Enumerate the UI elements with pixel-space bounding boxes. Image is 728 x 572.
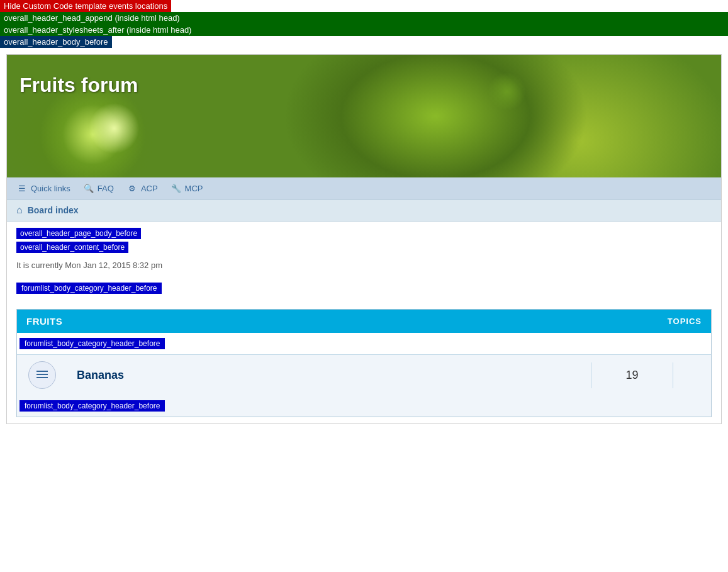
category-name: FRUITS [26, 316, 62, 327]
board-index-link[interactable]: Board index [28, 205, 79, 215]
forum-topics-cell: 19 [591, 362, 673, 388]
top-bar: Hide Custom Code template events locatio… [0, 0, 728, 48]
mcp-button[interactable]: 🔧 MCP [171, 182, 203, 194]
content-area: overall_header_page_body_before overall_… [7, 222, 721, 423]
home-icon: ⌂ [16, 205, 23, 216]
forum-name-cell: Bananas [67, 362, 591, 388]
acp-label: ACP [141, 184, 158, 193]
mcp-icon: 🔧 [171, 182, 182, 194]
forumlist-inner-tag: forumlist_body_category_header_before [20, 338, 165, 349]
forumlist-bottom-tag: forumlist_body_category_header_before [20, 400, 165, 412]
quick-links-button[interactable]: ☰ Quick links [16, 182, 70, 194]
page-body-before-tag: overall_header_page_body_before [16, 228, 141, 239]
topics-column-header: TOPICS [668, 317, 702, 326]
topic-count: 19 [625, 369, 638, 382]
body-before-tag: overall_header_body_before [0, 36, 112, 48]
forum-status-icon [28, 361, 56, 389]
category-header: FRUITS TOPICS [17, 310, 711, 333]
mcp-label: MCP [185, 184, 203, 193]
quick-links-label: Quick links [31, 184, 70, 193]
main-wrapper: Fruits forum ☰ Quick links 🔍 FAQ ⚙ ACP 🔧… [6, 54, 722, 424]
svg-rect-3 [36, 371, 38, 372]
svg-rect-0 [36, 371, 48, 372]
forum-list: FRUITS TOPICS forumlist_body_category_he… [16, 309, 712, 417]
hide-custom-code-tag[interactable]: Hide Custom Code template events locatio… [0, 0, 171, 12]
table-row: Bananas 19 [17, 354, 711, 395]
forum-header: Fruits forum [7, 55, 721, 177]
forum-title: Fruits forum [20, 74, 138, 97]
acp-icon: ⚙ [126, 182, 138, 194]
faq-label: FAQ [98, 184, 114, 193]
bottom-tag-row: forumlist_body_category_header_before [17, 395, 711, 417]
forumlist-before-tag: forumlist_body_category_header_before [16, 283, 162, 294]
forum-icon-cell [17, 355, 67, 395]
breadcrumb-bar: ⌂ Board index [7, 199, 721, 222]
content-before-tag: overall_header_content_before [16, 242, 128, 253]
head-append-tag: overall_header_head_append (inside html … [0, 12, 728, 24]
list-icon [35, 368, 49, 382]
svg-rect-1 [36, 374, 48, 375]
faq-icon: 🔍 [83, 182, 94, 194]
datetime-text: It is currently Mon Jan 12, 2015 8:32 pm [16, 261, 712, 270]
navigation-bar: ☰ Quick links 🔍 FAQ ⚙ ACP 🔧 MCP [7, 177, 721, 199]
svg-rect-2 [36, 377, 48, 378]
acp-button[interactable]: ⚙ ACP [126, 182, 158, 194]
forum-extra-cell [673, 369, 711, 381]
forum-list-wrapper: forumlist_body_category_header_before FR… [16, 283, 712, 417]
faq-button[interactable]: 🔍 FAQ [83, 182, 114, 194]
forum-name-link[interactable]: Bananas [77, 369, 124, 381]
inner-tag-row: forumlist_body_category_header_before [17, 333, 711, 354]
stylesheets-after-tag: overall_header_stylesheets_after (inside… [0, 24, 728, 36]
hamburger-icon: ☰ [16, 182, 28, 194]
